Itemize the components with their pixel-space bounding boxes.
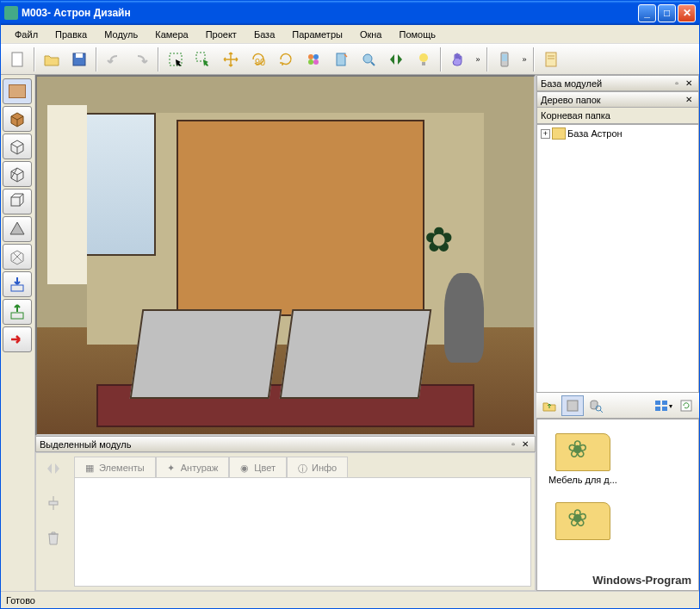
- folder-thumbnail[interactable]: ❀: [544, 495, 622, 540]
- zoom-fit-button[interactable]: [356, 47, 381, 72]
- menubar: Файл Правка Модуль Камера Проект База Па…: [1, 25, 699, 44]
- bulb-button[interactable]: [411, 47, 437, 72]
- modules-header: База модулей ▫ ✕: [536, 75, 699, 91]
- new-button[interactable]: [4, 47, 30, 72]
- undo-button[interactable]: [101, 47, 127, 72]
- rotate-button[interactable]: [273, 47, 299, 72]
- refresh-button[interactable]: [675, 395, 697, 416]
- move-button[interactable]: [218, 47, 244, 72]
- root-folder-label: Корневая папка: [541, 110, 695, 121]
- svg-rect-2: [76, 53, 83, 58]
- mirror-button[interactable]: [328, 47, 354, 72]
- svg-rect-34: [662, 407, 667, 411]
- modules-title: База модулей: [541, 78, 671, 89]
- view-large-button[interactable]: [561, 395, 584, 416]
- cube-ortho-tool[interactable]: [3, 189, 32, 214]
- minimize-button[interactable]: _: [638, 4, 656, 22]
- import-tool[interactable]: [3, 271, 32, 297]
- expand-icon[interactable]: +: [541, 129, 550, 139]
- hand-button[interactable]: [445, 47, 471, 72]
- thumbnail-label: Мебель для д...: [544, 475, 622, 485]
- svg-point-9: [313, 59, 319, 65]
- viewport-3d[interactable]: ✿: [35, 75, 536, 436]
- up-folder-button[interactable]: [538, 395, 561, 416]
- cube-wire-tool[interactable]: [3, 134, 32, 159]
- close-button[interactable]: ✕: [678, 4, 696, 22]
- svg-text:90: 90: [255, 57, 265, 67]
- redo-button[interactable]: [128, 47, 154, 72]
- texture-tool[interactable]: [3, 78, 32, 104]
- folder-thumbnail[interactable]: ❀ Мебель для д...: [544, 426, 622, 485]
- tab-entourage[interactable]: ✦Антураж: [156, 457, 230, 477]
- thumbnail-panel[interactable]: ❀ Мебель для д... ❀ Windows-Program: [536, 419, 699, 591]
- tree-item-label: База Астрон: [567, 128, 623, 139]
- left-toolbar: [1, 75, 35, 591]
- modules-dock-icon[interactable]: ▫: [671, 78, 683, 88]
- view-mode-button[interactable]: ▾: [652, 395, 674, 416]
- toolbar-more-2[interactable]: »: [519, 55, 530, 64]
- cube-cross-tool[interactable]: [3, 244, 32, 270]
- tab-info[interactable]: ⓘИнфо: [287, 457, 348, 477]
- folder-tree[interactable]: + База Астрон: [536, 124, 699, 393]
- svg-rect-31: [655, 401, 660, 405]
- status-text: Готово: [6, 595, 35, 606]
- menu-help[interactable]: Помощь: [390, 28, 444, 41]
- menu-module[interactable]: Модуль: [96, 28, 146, 41]
- svg-rect-33: [655, 407, 660, 411]
- tab-content: [74, 477, 531, 587]
- tree-item[interactable]: + База Астрон: [539, 127, 697, 140]
- menu-windows[interactable]: Окна: [351, 28, 391, 41]
- save-button[interactable]: [66, 47, 92, 72]
- modules-close-icon[interactable]: ✕: [683, 78, 695, 88]
- open-button[interactable]: [39, 47, 65, 72]
- cube-persp-tool[interactable]: [3, 161, 32, 187]
- flip-icon[interactable]: [43, 458, 64, 479]
- tab-color[interactable]: ◉Цвет: [229, 457, 287, 477]
- maximize-button[interactable]: □: [658, 4, 676, 22]
- trash-icon[interactable]: [43, 527, 64, 548]
- right-toolbar: ▾: [536, 393, 699, 419]
- svg-rect-27: [567, 401, 578, 411]
- root-folder-header: Корневая папка: [536, 108, 699, 124]
- toolbar-more-1[interactable]: »: [473, 55, 483, 64]
- svg-rect-20: [11, 197, 20, 206]
- svg-rect-15: [502, 54, 507, 61]
- menu-project[interactable]: Проект: [197, 28, 245, 41]
- svg-rect-26: [49, 501, 58, 505]
- window-title: М003- Астрон Дизайн: [22, 7, 638, 19]
- tree-header: Дерево папок ✕: [536, 91, 699, 108]
- svg-rect-13: [422, 62, 425, 65]
- panel-dock-icon[interactable]: ▫: [507, 439, 519, 449]
- tab-elements[interactable]: ▦Элементы: [74, 457, 156, 477]
- tree-close-icon[interactable]: ✕: [683, 95, 695, 104]
- svg-point-7: [313, 54, 319, 59]
- menu-edit[interactable]: Правка: [46, 28, 96, 41]
- toolbar: 90 » »: [1, 44, 699, 75]
- slider-icon[interactable]: [43, 493, 64, 513]
- svg-rect-23: [11, 285, 23, 291]
- menu-file[interactable]: Файл: [6, 28, 46, 41]
- search-db-button[interactable]: [585, 395, 607, 416]
- svg-point-6: [308, 54, 313, 59]
- menu-camera[interactable]: Камера: [146, 28, 196, 41]
- menu-params[interactable]: Параметры: [283, 28, 351, 41]
- triangle-tool[interactable]: [3, 216, 32, 242]
- svg-line-30: [600, 410, 603, 413]
- svg-point-8: [308, 59, 313, 65]
- color-button[interactable]: [300, 47, 326, 72]
- phone-button[interactable]: [492, 47, 517, 72]
- arrow-tool[interactable]: [3, 326, 32, 352]
- select-cursor-button[interactable]: [190, 47, 216, 72]
- rotate90-button[interactable]: 90: [245, 47, 271, 72]
- menu-base[interactable]: База: [245, 28, 283, 41]
- flip-button[interactable]: [383, 47, 409, 72]
- select-rect-button[interactable]: [163, 47, 189, 72]
- page-button[interactable]: [538, 47, 564, 72]
- selected-module-title: Выделенный модуль: [40, 439, 507, 450]
- svg-rect-32: [662, 401, 667, 405]
- panel-close-icon[interactable]: ✕: [519, 439, 531, 449]
- cube-solid-tool[interactable]: [3, 106, 32, 132]
- svg-rect-10: [337, 53, 345, 65]
- export-tool[interactable]: [3, 299, 32, 325]
- app-icon: [4, 6, 18, 20]
